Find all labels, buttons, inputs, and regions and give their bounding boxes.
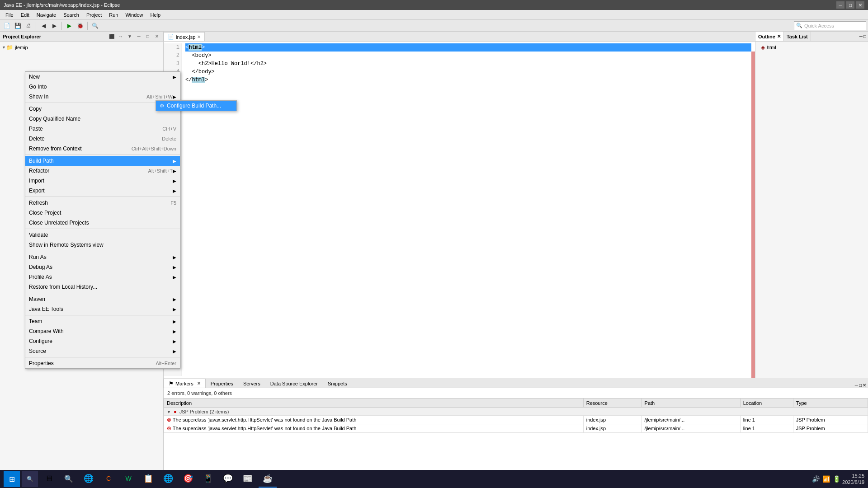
col-location[interactable]: Location [740,399,793,408]
ctx-source[interactable]: Source ▶ [25,346,180,356]
ctx-close-unrelated[interactable]: Close Unrelated Projects [25,218,180,228]
ctx-run-as[interactable]: Run As ▶ [25,252,180,262]
menu-file[interactable]: File [2,11,17,19]
start-button[interactable]: ⊞ [4,471,20,487]
close-panel-button[interactable]: ✕ [153,33,160,40]
taskbar-blog[interactable]: C [99,470,118,488]
taskbar-app-7[interactable]: 📱 [199,470,217,488]
ctx-team[interactable]: Team ▶ [25,316,180,326]
table-group-row[interactable]: ▼ ● JSP Problem (2 items) [164,408,868,416]
markers-tab-close[interactable]: ✕ [197,381,201,386]
table-row[interactable]: ⊗ The superclass 'javax.servlet.http.Htt… [164,424,868,433]
toolbar-run[interactable]: ▶ [64,21,74,31]
ctx-copy-qualified[interactable]: Copy Qualified Name [25,114,180,124]
ctx-refactor[interactable]: Refactor Alt+Shift+T ▶ [25,166,180,176]
bottom-close[interactable]: ✕ [863,383,866,388]
configure-build-path-item[interactable]: ⚙ Configure Build Path... [156,101,236,111]
ctx-restore-history[interactable]: Restore from Local History... [25,282,180,292]
tab-snippets[interactable]: Snippets [323,379,352,388]
toolbar-debug[interactable]: 🐞 [75,21,85,31]
ctx-export[interactable]: Export ▶ [25,186,180,196]
tab-outline[interactable]: Outline ✕ [755,32,784,41]
ctx-profile-as[interactable]: Profile As ▶ [25,272,180,282]
tab-servers[interactable]: Servers [238,379,265,388]
link-with-editor-button[interactable]: ↔ [117,33,124,40]
ctx-validate[interactable]: Validate [25,230,180,240]
minimize-panel-button[interactable]: ─ [135,33,142,40]
editor-tab-close[interactable]: ✕ [197,34,201,39]
ctx-properties[interactable]: Properties Alt+Enter [25,358,180,368]
ctx-properties-shortcut: Alt+Enter [156,361,176,366]
outline-tab-close[interactable]: ✕ [777,34,781,39]
outline-maximize[interactable]: □ [863,34,866,39]
ctx-close-project[interactable]: Close Project [25,208,180,218]
ctx-new[interactable]: New ▶ [25,72,180,82]
taskbar-wechat[interactable]: W [119,470,137,488]
close-button[interactable]: ✕ [856,1,864,9]
ctx-go-into[interactable]: Go Into [25,82,180,92]
menu-edit[interactable]: Edit [17,11,33,19]
taskbar-app-6[interactable]: 🎯 [179,470,197,488]
ctx-debug-as[interactable]: Debug As ▶ [25,262,180,272]
ctx-refresh[interactable]: Refresh F5 [25,198,180,208]
table-row[interactable]: ⊗ The superclass 'javax.servlet.http.Htt… [164,416,868,424]
menu-help[interactable]: Help [147,11,165,19]
ctx-compare-with[interactable]: Compare With ▶ [25,326,180,336]
minimize-button[interactable]: ─ [836,1,844,9]
taskbar-search[interactable]: 🔍 [22,471,38,487]
code-lines[interactable]: <html> <body> <h2>Hello World!</h2> </bo… [182,43,755,376]
toolbar-back[interactable]: ◀ [38,21,48,31]
ctx-import[interactable]: Import ▶ [25,176,180,186]
taskbar-app-8[interactable]: 💬 [219,470,237,488]
col-type[interactable]: Type [793,399,868,408]
bottom-minimize[interactable]: ─ [855,383,858,388]
editor-tab-index-jsp[interactable]: 📄 index.jsp ✕ [164,32,205,41]
outline-panel: Outline ✕ Task List ─ □ ◈ html [755,32,868,378]
ctx-show-remote[interactable]: Show in Remote Systems view [25,240,180,250]
tree-root-jlemip[interactable]: ▼ 📁 jlemip [0,43,163,52]
toolbar-save[interactable]: 💾 [13,21,23,31]
col-description[interactable]: Description [164,399,584,408]
outline-minimize[interactable]: ─ [859,34,863,39]
menu-run[interactable]: Run [105,11,122,19]
toolbar-new[interactable]: 📄 [2,21,12,31]
quick-access-label[interactable]: Quick Access [804,23,834,28]
toolbar-forward[interactable]: ▶ [49,21,59,31]
taskbar-browser2[interactable]: 🌐 [159,470,177,488]
outline-html-item[interactable]: ◈ html [757,43,866,52]
tab-markers[interactable]: ⚑ Markers ✕ [164,379,206,388]
taskbar-app-9[interactable]: 📰 [239,470,257,488]
menu-window[interactable]: Window [122,11,146,19]
ctx-maven[interactable]: Maven ▶ [25,294,180,304]
tab-properties[interactable]: Properties [206,379,238,388]
collapse-all-button[interactable]: ⬛ [108,33,115,40]
taskbar-chrome[interactable]: 🌐 [80,470,98,488]
maximize-panel-button[interactable]: □ [144,33,151,40]
toolbar-print[interactable]: 🖨 [24,21,33,31]
taskbar-files[interactable]: 🖥 [40,470,58,488]
tab-data-source[interactable]: Data Source Explorer [265,379,323,388]
toolbar-search[interactable]: 🔍 [90,21,100,31]
taskbar-eclipse[interactable]: ☕ [259,470,277,488]
taskbar-search-app[interactable]: 🔍 [60,470,78,488]
col-resource[interactable]: Resource [583,399,642,408]
menu-search[interactable]: Search [60,11,83,19]
menu-project[interactable]: Project [83,11,105,19]
bottom-maximize[interactable]: □ [859,383,862,388]
ctx-configure[interactable]: Configure ▶ [25,336,180,346]
ctx-remove-context[interactable]: Remove from Context Ctrl+Alt+Shift+Down [25,144,180,154]
col-path[interactable]: Path [642,399,740,408]
ctx-paste[interactable]: Paste Ctrl+V [25,124,180,134]
task-list-tab-label: Task List [787,34,808,39]
panel-menu-button[interactable]: ▼ [126,33,133,40]
restore-button[interactable]: □ [846,1,854,9]
tab-task-list[interactable]: Task List [784,32,811,41]
ctx-javaee-tools[interactable]: Java EE Tools ▶ [25,304,180,314]
menu-navigate[interactable]: Navigate [33,11,60,19]
taskbar-clock[interactable]: 15:25 2020/8/19 [842,473,864,486]
expand-arrow: ▼ [2,45,6,50]
ctx-build-path[interactable]: Build Path ▶ [25,156,180,166]
ctx-delete[interactable]: Delete Delete [25,134,180,144]
taskbar-app-5[interactable]: 📋 [139,470,157,488]
editor-content[interactable]: 1 2 3 4 5 6 <html> <body> <h2>Hello Worl… [164,42,755,378]
